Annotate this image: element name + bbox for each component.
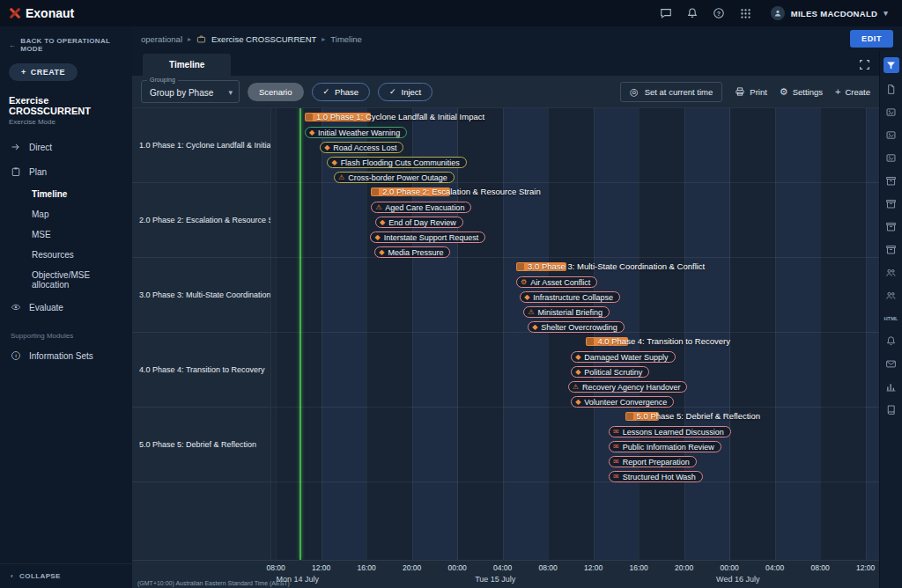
sidebar-item-timeline[interactable]: Timeline	[0, 184, 132, 204]
apps-grid-icon[interactable]	[739, 7, 752, 20]
collapse-label: COLLAPSE	[19, 572, 61, 580]
users-icon[interactable]	[884, 288, 899, 302]
inject-chip[interactable]: ◆End of Day Review	[375, 217, 463, 228]
book-icon[interactable]	[884, 402, 899, 416]
archive-icon[interactable]	[884, 219, 899, 233]
tab-bar: Timeline	[132, 51, 879, 76]
tick-label: 16:00	[358, 563, 376, 572]
fullscreen-icon[interactable]	[859, 59, 870, 70]
exercise-icon	[196, 34, 206, 44]
archive-icon[interactable]	[884, 242, 899, 256]
tick-label: 16:00	[629, 563, 647, 572]
tick-label: 04:00	[765, 563, 784, 572]
mail-icon: ✉	[613, 459, 619, 466]
sidebar-item-plan[interactable]: Plan	[0, 159, 132, 184]
mail-icon[interactable]	[884, 356, 899, 371]
create-label: Create	[845, 87, 870, 97]
sidebar-item-direct[interactable]: Direct	[0, 135, 132, 159]
inject-chip[interactable]: ⚠Recovery Agency Handover	[568, 381, 688, 393]
chevron-right-icon: ▸	[188, 35, 191, 43]
inject-chip[interactable]: ◆Flash Flooding Cuts Communities	[327, 157, 466, 168]
chevron-down-icon: ▾	[228, 88, 233, 97]
inject-chip[interactable]: ◆Damaged Water Supply	[571, 351, 675, 363]
card-icon[interactable]	[884, 128, 899, 142]
breadcrumb-exercise[interactable]: Exercise CROSSCURRENT	[211, 34, 316, 44]
back-to-operational-link[interactable]: ← BACK TO OPERATIONAL MODE	[0, 26, 132, 55]
inject-label: Aged Care Evacuation	[385, 203, 464, 212]
inject-chip[interactable]: ✉Public Information Review	[609, 441, 721, 452]
date-label: Wed 16 July	[716, 575, 759, 584]
inject-chip[interactable]: ⚠Aged Care Evacuation	[371, 202, 471, 213]
sidebar-item-mse[interactable]: MSE	[0, 224, 132, 245]
edit-button[interactable]: EDIT	[850, 30, 893, 48]
help-icon[interactable]: ?	[713, 7, 726, 20]
plan-icon	[11, 166, 21, 177]
tick-label: 00:00	[448, 563, 467, 572]
mail-icon: ✉	[613, 474, 619, 481]
warning-icon: ⚠	[375, 204, 381, 211]
inject-chip[interactable]: ◆Media Pressure	[374, 246, 450, 258]
inject-chip[interactable]: ✉Report Preparation	[609, 456, 697, 467]
inject-label: Interstate Support Request	[384, 233, 479, 242]
inject-label: Structured Hot Wash	[623, 473, 696, 481]
inject-chip[interactable]: ◆Political Scrutiny	[571, 366, 649, 378]
collapse-button[interactable]: ‹ COLLAPSE	[0, 563, 132, 588]
phase-filter-chip[interactable]: ✓ Phase	[312, 83, 370, 101]
print-button[interactable]: Print	[735, 86, 767, 97]
archive-icon[interactable]	[884, 173, 899, 187]
inject-chip[interactable]: ⚙Air Asset Conflict	[516, 276, 597, 288]
diamond-icon: ◆	[374, 234, 380, 241]
inject-chip[interactable]: ◆Infrastructure Collapse	[520, 291, 620, 303]
timeline-chart[interactable]: 1.0 Phase 1: Cyclone Landfall & Initial …	[271, 108, 879, 560]
supporting-modules-heading: Supporting Modules	[0, 320, 132, 343]
filter-icon[interactable]	[884, 57, 899, 73]
grouping-select[interactable]: Grouping Group by Phase ▾	[141, 80, 240, 103]
breadcrumb-operational[interactable]: operational	[141, 34, 182, 44]
work-area: Timeline Grouping Group by Phase ▾ Scena…	[132, 51, 879, 588]
users-icon[interactable]	[884, 265, 899, 279]
user-menu[interactable]: MILES MACDONALD ▾	[765, 4, 893, 23]
topbar: Exonaut ? MILES MACDONALD ▾	[0, 0, 902, 26]
sidebar-item-information-sets[interactable]: i Information Sets	[0, 343, 132, 368]
axis-left: (GMT+10:00) Australian Eastern Standard …	[132, 561, 271, 588]
grouping-value: Group by Phase	[150, 88, 213, 98]
archive-icon[interactable]	[884, 196, 899, 210]
inject-chip[interactable]: ◆Initial Weather Warning	[305, 127, 407, 138]
chat-icon[interactable]	[660, 7, 673, 20]
inject-label: Cross-border Power Outage	[348, 173, 447, 182]
inject-chip[interactable]: ◆Volunteer Convergence	[571, 396, 674, 408]
inject-chip[interactable]: ⚠Ministerial Briefing	[523, 306, 610, 318]
inject-chip[interactable]: ⚠Cross-border Power Outage	[334, 172, 455, 183]
chart-icon[interactable]	[884, 379, 899, 393]
bell-icon[interactable]	[884, 334, 899, 348]
inject-filter-chip[interactable]: ✓ Inject	[378, 83, 433, 101]
inject-chip[interactable]: ◆Shelter Overcrowding	[528, 321, 625, 333]
html-icon[interactable]: HTML	[884, 311, 899, 325]
settings-button[interactable]: ⚙ Settings	[780, 87, 823, 97]
group-label: 1.0 Phase 1: Cyclone Landfall & Initia..…	[132, 108, 270, 183]
sidebar-item-map[interactable]: Map	[0, 204, 132, 224]
avatar	[771, 6, 785, 20]
set-current-time-button[interactable]: ◎ Set at current time	[620, 82, 722, 102]
inject-chip[interactable]: ◆Interstate Support Request	[370, 232, 485, 243]
sidebar-item-objective-mse-allocation[interactable]: Objective/MSE allocation	[0, 265, 132, 295]
create-inject-button[interactable]: + Create	[835, 87, 870, 97]
diamond-icon: ◆	[309, 129, 314, 136]
inject-chip[interactable]: ◆Road Access Lost	[320, 142, 403, 153]
body: ← BACK TO OPERATIONAL MODE + CREATE Exer…	[0, 26, 902, 588]
card-icon[interactable]	[884, 105, 899, 119]
inject-chip[interactable]: ✉Lessons Learned Discussion	[609, 426, 731, 437]
inject-label: Recovery Agency Handover	[582, 383, 681, 392]
tick-label: 08:00	[267, 563, 285, 572]
scenario-filter-chip[interactable]: Scenario	[248, 83, 304, 101]
inject-chip[interactable]: ✉Structured Hot Wash	[609, 471, 703, 482]
sidebar-item-resources[interactable]: Resources	[0, 245, 132, 265]
inject-label: Shelter Overcrowding	[541, 323, 617, 332]
inject-label: Public Information Review	[623, 443, 714, 452]
tab-timeline[interactable]: Timeline	[143, 54, 231, 76]
notifications-bell-icon[interactable]	[686, 7, 699, 20]
create-button[interactable]: + CREATE	[9, 63, 78, 81]
sidebar-item-evaluate[interactable]: Evaluate	[0, 295, 132, 320]
card-icon[interactable]	[884, 151, 899, 165]
file-icon[interactable]	[884, 82, 899, 96]
